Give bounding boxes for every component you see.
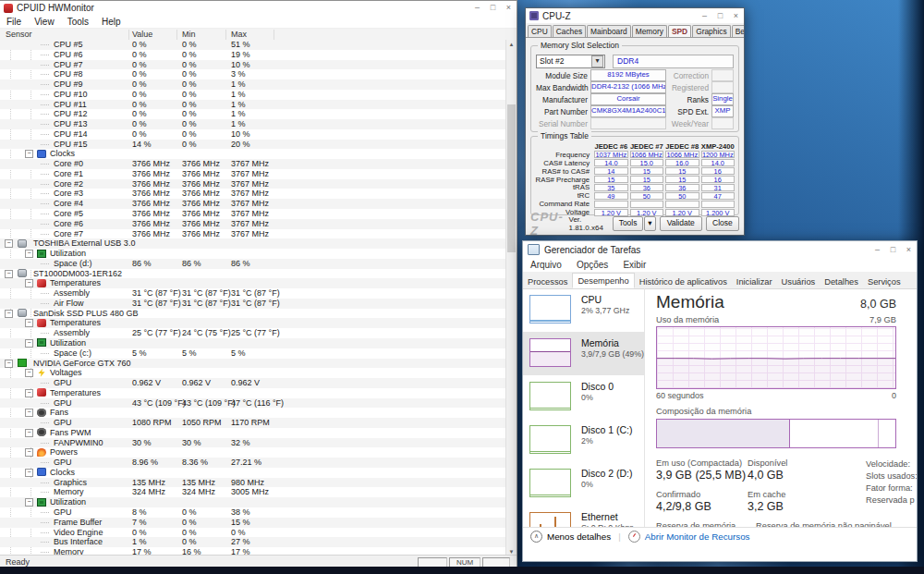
sidebar-item-mem-ria[interactable]: Memória 3,9/7,9 GB (49%) xyxy=(523,332,644,375)
tree-collapse-icon[interactable] xyxy=(25,339,33,348)
module-size-field[interactable]: 8192 MBytes xyxy=(590,69,666,81)
sensor-row[interactable]: Core #3 3766 MHz 3766 MHz 3767 MHz xyxy=(0,189,505,199)
sensor-row[interactable]: Memory 324 MHz 324 MHz 3005 MHz xyxy=(0,487,505,497)
sensor-row[interactable]: Temperatures xyxy=(0,278,505,288)
sensor-row[interactable]: Voltages xyxy=(0,368,505,378)
sensor-row[interactable]: Fans PWM xyxy=(0,428,505,438)
serial-number-field[interactable] xyxy=(590,117,666,129)
sensor-row[interactable]: FANPWMIN0 30 % 30 % 32 % xyxy=(0,438,505,448)
sensor-row[interactable]: CPU #7 0 % 0 % 10 % xyxy=(0,60,505,70)
sensor-row[interactable]: Utilization xyxy=(0,249,505,259)
sensor-row[interactable]: Bus Interface 1 % 0 % 27 % xyxy=(0,537,505,547)
column-min[interactable]: Min xyxy=(182,30,196,39)
sensor-row[interactable]: TOSHIBA External USB 3.0 xyxy=(0,238,505,249)
column-value[interactable]: Value xyxy=(132,30,152,39)
sensor-row[interactable]: Core #0 3766 MHz 3766 MHz 3767 MHz xyxy=(0,159,505,169)
sensor-row[interactable]: CPU #6 0 % 0 % 19 % xyxy=(0,50,505,60)
validate-button[interactable]: Validate xyxy=(660,216,702,231)
spd-ext-field[interactable]: XMP 2.0 xyxy=(711,105,734,117)
sensor-row[interactable]: Assembly 31 °C (87 °F) 31 °C (87 °F) 31 … xyxy=(0,288,505,299)
sensor-row[interactable]: NVIDIA GeForce GTX 760 xyxy=(0,359,505,369)
sensor-row[interactable]: CPU #13 0 % 0 % 1 % xyxy=(0,119,505,129)
taskmgr-titlebar[interactable]: Gerenciador de Tarefas – □ × xyxy=(523,241,917,258)
sensor-row[interactable]: Core #1 3766 MHz 3766 MHz 3767 MHz xyxy=(0,169,505,179)
tab-cpu[interactable]: CPU xyxy=(528,25,552,37)
tab-spd[interactable]: SPD xyxy=(668,25,691,37)
sensor-row[interactable]: Powers xyxy=(0,447,505,458)
sensor-row[interactable]: GPU 8.96 % 8.36 % 27.21 % xyxy=(0,458,505,468)
sensor-row[interactable]: CPU #11 0 % 0 % 1 % xyxy=(0,100,505,110)
sensor-row[interactable]: CPU #5 0 % 0 % 51 % xyxy=(0,40,505,50)
tools-dropdown-icon[interactable]: ▾ xyxy=(644,216,656,231)
tab-desempenho[interactable]: Desempenho xyxy=(572,273,634,288)
tab-processos[interactable]: Processos xyxy=(523,275,572,288)
sensor-row[interactable]: Temperatures xyxy=(0,388,505,398)
menu-exibir[interactable]: Exibir xyxy=(615,260,653,270)
tree-collapse-icon[interactable] xyxy=(25,469,33,477)
sensor-row[interactable]: CPU #9 0 % 0 % 1 % xyxy=(0,79,505,90)
sidebar-item-cpu[interactable]: CPU 2% 3,77 GHz xyxy=(523,288,644,332)
sensor-row[interactable]: Space (d:) 86 % 86 % 86 % xyxy=(0,259,505,269)
sensor-row[interactable]: Utilization xyxy=(0,497,505,507)
tab-detalhes[interactable]: Detalhes xyxy=(820,275,863,288)
sensor-row[interactable]: Frame Buffer 7 % 0 % 15 % xyxy=(0,518,505,528)
column-sensor[interactable]: Sensor xyxy=(6,30,32,39)
menu-file[interactable]: File xyxy=(0,17,28,27)
ranks-field[interactable]: Single xyxy=(711,93,734,105)
sensor-row[interactable]: CPU #8 0 % 0 % 3 % xyxy=(0,69,505,79)
sensor-row[interactable]: Space (c:) 5 % 5 % 5 % xyxy=(0,348,505,359)
tree-collapse-icon[interactable] xyxy=(25,389,33,397)
tab-bench[interactable]: Bench xyxy=(732,25,744,37)
menu-arquivo[interactable]: Arquivo xyxy=(523,260,569,270)
tools-button[interactable]: Tools xyxy=(613,216,643,231)
maximize-icon[interactable]: □ xyxy=(485,2,501,14)
sensor-row[interactable]: SanDisk SSD PLUS 480 GB xyxy=(0,309,505,319)
sensor-row[interactable]: GPU 0.962 V 0.962 V 0.962 V xyxy=(0,378,505,388)
manufacturer-field[interactable]: Corsair xyxy=(590,93,666,105)
open-resource-monitor-link[interactable]: Abrir Monitor de Recursos xyxy=(645,531,750,542)
close-icon[interactable]: × xyxy=(728,10,744,22)
tab-servicos[interactable]: Serviços xyxy=(863,275,906,288)
tree-collapse-icon[interactable] xyxy=(25,498,33,507)
tree-collapse-icon[interactable] xyxy=(5,360,13,368)
sensor-row[interactable]: Clocks xyxy=(0,468,505,478)
sensor-row[interactable]: GPU 8 % 0 % 38 % xyxy=(0,507,505,518)
sensor-row[interactable]: Core #4 3766 MHz 3766 MHz 3767 MHz xyxy=(0,199,505,209)
sensor-row[interactable]: Graphics 135 MHz 135 MHz 980 MHz xyxy=(0,478,505,488)
tab-memory[interactable]: Memory xyxy=(632,25,667,37)
column-max[interactable]: Max xyxy=(231,30,247,39)
sensor-row[interactable]: CPU #15 14 % 0 % 20 % xyxy=(0,140,505,150)
minimize-icon[interactable]: – xyxy=(869,244,885,256)
tab-inicializar[interactable]: Inicializar xyxy=(732,275,777,288)
scrollbar-thumb[interactable] xyxy=(507,104,516,252)
correction-field[interactable] xyxy=(711,69,734,81)
sensor-row[interactable]: Air Flow 31 °C (87 °F) 31 °C (87 °F) 31 … xyxy=(0,299,505,309)
tree-collapse-icon[interactable] xyxy=(25,409,33,417)
scroll-up-icon[interactable]: ▲ xyxy=(506,40,517,50)
sensor-row[interactable]: CPU #12 0 % 0 % 1 % xyxy=(0,109,505,119)
windows-taskbar[interactable] xyxy=(0,567,924,574)
sensor-row[interactable]: GPU 43 °C (109 °F) 43 °C (109 °F) 47 °C … xyxy=(0,398,505,409)
tree-collapse-icon[interactable] xyxy=(25,429,33,437)
slot-select[interactable]: Slot #2 xyxy=(536,55,605,68)
minimize-icon[interactable]: – xyxy=(697,10,712,22)
menu-opcoes[interactable]: Opções xyxy=(569,260,615,270)
hwmonitor-titlebar[interactable]: CPUID HWMonitor – □ × xyxy=(0,1,517,15)
menu-view[interactable]: View xyxy=(28,17,61,27)
sensor-row[interactable]: Core #6 3766 MHz 3766 MHz 3767 MHz xyxy=(0,219,505,229)
sensor-row[interactable]: CPU #14 0 % 0 % 10 % xyxy=(0,129,505,140)
tree-collapse-icon[interactable] xyxy=(25,369,33,377)
max-bandwidth-field[interactable]: DDR4-2132 (1066 MHz) xyxy=(590,81,666,93)
maximize-icon[interactable]: □ xyxy=(885,244,901,256)
tree-collapse-icon[interactable] xyxy=(25,279,33,287)
sensor-row[interactable]: Utilization xyxy=(0,338,505,348)
tree-collapse-icon[interactable] xyxy=(25,319,33,327)
tab-caches[interactable]: Caches xyxy=(553,25,586,37)
sensor-row[interactable]: ST1000DM003-1ER162 xyxy=(0,269,505,279)
sensor-row[interactable]: GPU 1080 RPM 1050 RPM 1170 RPM xyxy=(0,418,505,428)
tree-collapse-icon[interactable] xyxy=(5,239,13,248)
sensor-row[interactable]: Core #2 3766 MHz 3766 MHz 3767 MHz xyxy=(0,179,505,189)
sensor-row[interactable]: Fans xyxy=(0,408,505,418)
sidebar-item-disco-2-d-[interactable]: Disco 2 (D:) 0% xyxy=(523,462,644,506)
sidebar-item-disco-0[interactable]: Disco 0 0% xyxy=(523,375,644,419)
